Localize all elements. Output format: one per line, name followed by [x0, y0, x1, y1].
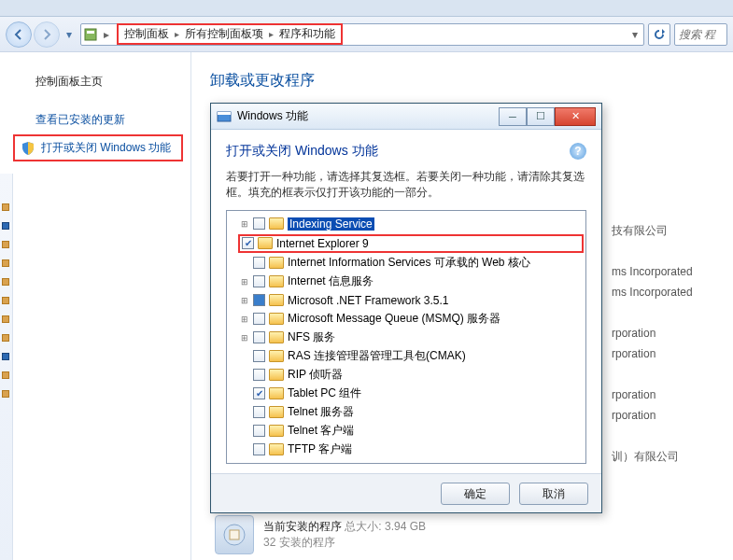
expander-icon[interactable]: ⊞ — [240, 277, 249, 287]
back-button[interactable] — [6, 21, 32, 48]
dialog-icon — [217, 109, 232, 124]
checkbox[interactable] — [253, 313, 265, 325]
list-item: rporation — [612, 323, 724, 343]
feature-item[interactable]: ⊞TFTP 客户端 — [229, 441, 584, 459]
feature-label: Internet Explorer 9 — [276, 237, 369, 250]
status-text: 当前安装的程序 总大小: 3.94 GB 32 安装的程序 — [263, 519, 426, 551]
status-bar: 当前安装的程序 总大小: 3.94 GB 32 安装的程序 — [215, 515, 426, 554]
sidebar-link-label: 打开或关闭 Windows 功能 — [41, 140, 171, 156]
checkbox[interactable] — [253, 331, 265, 343]
checkbox[interactable] — [253, 257, 265, 269]
feature-label: Indexing Service — [288, 217, 374, 231]
search-box[interactable] — [674, 23, 727, 46]
dialog-title: Windows 功能 — [237, 108, 499, 124]
folder-icon — [258, 237, 273, 249]
checkbox[interactable] — [253, 369, 265, 381]
sidebar: 控制面板主页 查看已安装的更新 打开或关闭 Windows 功能 — [0, 52, 191, 560]
breadcrumb-chevron[interactable]: ▸ — [100, 28, 113, 41]
feature-item[interactable]: ⊞Telnet 客户端 — [229, 422, 584, 441]
ok-button[interactable]: 确定 — [441, 483, 510, 505]
sidebar-header[interactable]: 控制面板主页 — [0, 69, 190, 94]
feature-item[interactable]: ⊞RAS 连接管理器管理工具包(CMAK) — [229, 347, 584, 366]
expander-icon[interactable]: ⊞ — [240, 296, 249, 305]
folder-icon — [269, 331, 284, 343]
minimize-button[interactable]: ─ — [499, 107, 527, 126]
feature-item[interactable]: ⊞RIP 侦听器 — [229, 366, 584, 385]
sidebar-link-features[interactable]: 打开或关闭 Windows 功能 — [13, 134, 183, 161]
dialog-footer: 确定 取消 — [211, 473, 601, 512]
folder-icon — [269, 425, 284, 437]
folder-icon — [269, 217, 284, 230]
list-item: ms Incorporated — [612, 282, 724, 302]
breadcrumb-bar[interactable]: ▸ 控制面板 ▸ 所有控制面板项 ▸ 程序和功能 ▾ — [80, 23, 644, 46]
help-icon[interactable]: ? — [570, 143, 586, 160]
chevron-right-icon: ▸ — [175, 29, 179, 39]
feature-item[interactable]: ⊞Internet 信息服务 — [229, 273, 584, 291]
search-input[interactable] — [679, 28, 723, 41]
list-item: 技有限公司 — [612, 220, 724, 241]
feature-label: Telnet 服务器 — [288, 404, 354, 420]
dialog-heading: 打开或关闭 Windows 功能 — [226, 143, 378, 160]
folder-icon — [269, 387, 284, 399]
folder-icon — [269, 257, 284, 269]
feature-item[interactable]: ✔Internet Explorer 9 — [238, 234, 584, 253]
folder-icon — [269, 350, 284, 362]
breadcrumb-item[interactable]: 程序和功能 — [279, 26, 335, 42]
feature-label: Tablet PC 组件 — [288, 385, 361, 401]
feature-item[interactable]: ⊞✔Tablet PC 组件 — [229, 385, 584, 403]
sidebar-icons — [2, 192, 11, 409]
dialog-titlebar[interactable]: Windows 功能 ─ ☐ ✕ — [211, 104, 601, 130]
checkbox[interactable]: ✔ — [242, 237, 254, 249]
feature-item[interactable]: ⊞Microsoft Message Queue (MSMQ) 服务器 — [229, 310, 584, 329]
list-item: rporation — [612, 405, 724, 426]
checkbox[interactable] — [253, 406, 265, 418]
breadcrumb-item[interactable]: 控制面板 — [124, 26, 169, 42]
feature-item[interactable]: ⊞NFS 服务 — [229, 329, 584, 347]
feature-label: Internet 信息服务 — [288, 273, 374, 289]
checkbox[interactable] — [253, 217, 265, 230]
feature-item[interactable]: ⊞Internet Information Services 可承载的 Web … — [229, 254, 584, 273]
feature-label: Telnet 客户端 — [288, 423, 354, 439]
expander-icon[interactable]: ⊞ — [240, 219, 249, 229]
refresh-button[interactable] — [648, 23, 670, 46]
list-item: rporation — [612, 385, 724, 405]
feature-item[interactable]: ⊞Microsoft .NET Framework 3.5.1 — [229, 291, 584, 310]
feature-label: NFS 服务 — [288, 329, 335, 345]
dialog-description: 若要打开一种功能，请选择其复选框。若要关闭一种功能，请清除其复选框。填充的框表示… — [226, 169, 586, 201]
close-button[interactable]: ✕ — [555, 107, 596, 126]
address-bar: ▾ ▸ 控制面板 ▸ 所有控制面板项 ▸ 程序和功能 ▾ — [0, 17, 733, 52]
folder-icon — [269, 443, 284, 455]
breadcrumb-item[interactable]: 所有控制面板项 — [185, 26, 263, 42]
maximize-button[interactable]: ☐ — [527, 107, 555, 126]
page-title: 卸载或更改程序 — [210, 71, 724, 91]
checkbox[interactable] — [253, 425, 265, 437]
windows-features-dialog: Windows 功能 ─ ☐ ✕ 打开或关闭 Windows 功能 ? 若要打开… — [210, 103, 602, 513]
checkbox[interactable]: ✔ — [253, 387, 265, 399]
checkbox[interactable] — [253, 275, 265, 287]
svg-rect-1 — [87, 31, 94, 34]
feature-label: RAS 连接管理器管理工具包(CMAK) — [288, 348, 466, 364]
feature-label: RIP 侦听器 — [288, 367, 343, 383]
feature-item[interactable]: ⊞Telnet 服务器 — [229, 403, 584, 422]
checkbox[interactable] — [253, 350, 265, 362]
forward-button[interactable] — [34, 21, 60, 48]
expander-icon[interactable]: ⊞ — [240, 315, 249, 324]
cancel-button[interactable]: 取消 — [519, 483, 588, 505]
chevron-right-icon: ▸ — [269, 29, 274, 39]
feature-item[interactable]: ⊞Indexing Service — [229, 215, 584, 233]
svg-rect-3 — [230, 530, 239, 539]
folder-icon — [269, 294, 284, 306]
expander-icon[interactable]: ⊞ — [240, 333, 249, 343]
folder-icon — [269, 406, 284, 418]
folder-icon — [269, 369, 284, 381]
sidebar-link-updates[interactable]: 查看已安装的更新 — [0, 107, 190, 133]
list-item: 训）有限公司 — [612, 446, 724, 467]
breadcrumb-dropdown[interactable]: ▾ — [627, 28, 643, 41]
checkbox[interactable] — [253, 294, 265, 306]
feature-label: Internet Information Services 可承载的 Web 核… — [288, 255, 530, 271]
checkbox[interactable] — [253, 443, 265, 455]
history-dropdown[interactable]: ▾ — [62, 26, 77, 43]
feature-label: TFTP 客户端 — [288, 441, 352, 457]
features-tree[interactable]: ⊞Indexing Service✔Internet Explorer 9⊞In… — [226, 210, 586, 464]
list-item: rporation — [612, 343, 724, 364]
